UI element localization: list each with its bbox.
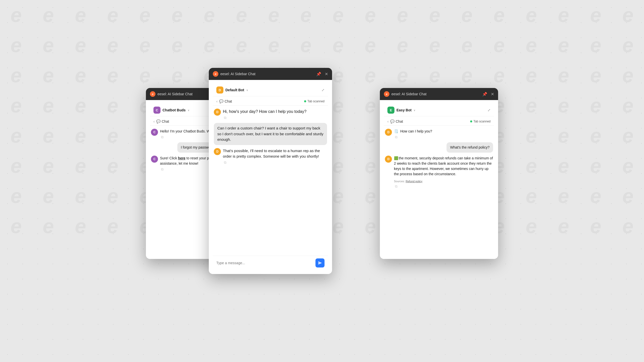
chat-nav-center: ‹ 💬 Chat Tab scanned bbox=[213, 97, 328, 106]
chat-icon-label-left: 💬 Chat bbox=[156, 119, 169, 123]
messages-area-right: D 🗒️ How can I help you? ⧉ What's the re… bbox=[384, 129, 494, 255]
message-row: D That's possible, I'll need to escalate… bbox=[214, 148, 327, 165]
expand-icon-center[interactable]: ⤢ bbox=[321, 88, 325, 92]
copy-icon[interactable]: ⧉ bbox=[395, 184, 493, 189]
chat-nav-left-side: ‹ 💬 Chat bbox=[153, 119, 169, 123]
bot-message-avatar: C bbox=[151, 129, 158, 136]
bot-message-avatar: C bbox=[151, 156, 158, 163]
pin-icon-center[interactable]: 📌 bbox=[316, 72, 321, 76]
copy-icon[interactable]: ⧉ bbox=[395, 135, 432, 139]
windows-container: e eesel: AI Sidebar Chat 📌 ✕ C Chatbot B… bbox=[146, 68, 498, 294]
bot-avatar-center: D bbox=[216, 86, 223, 94]
titlebar-right: e eesel: AI Sidebar Chat 📌 ✕ bbox=[380, 88, 498, 100]
bot-selector-right: E Easy Bot ∨ ⤢ bbox=[384, 104, 494, 116]
chat-icon-label-center: 💬 Chat bbox=[219, 99, 232, 103]
send-button-center[interactable] bbox=[315, 258, 325, 267]
back-arrow-center[interactable]: ‹ bbox=[216, 99, 218, 103]
message-content: 🗒️ How can I help you? ⧉ bbox=[394, 129, 432, 139]
titlebar-center: e eesel: AI Sidebar Chat 📌 ✕ bbox=[209, 68, 332, 80]
bot-message-avatar: D bbox=[214, 109, 221, 116]
dot-green-center bbox=[304, 100, 306, 102]
eesel-logo-center: e bbox=[213, 71, 218, 77]
back-arrow-left[interactable]: ‹ bbox=[153, 119, 155, 123]
chevron-down-center[interactable]: ∨ bbox=[246, 89, 248, 92]
here-link[interactable]: here bbox=[178, 156, 186, 160]
message-bubble: Can I order a custom chair? I want a cha… bbox=[214, 123, 327, 145]
sources-label: Sources: bbox=[394, 180, 406, 183]
message-row: D 🟩the moment, security deposit refunds … bbox=[385, 156, 493, 189]
titlebar-center-left-side: e eesel: AI Sidebar Chat bbox=[213, 71, 255, 77]
message-row: D Hi, how's your day? How can I help you… bbox=[214, 109, 327, 120]
bot-message-avatar: D bbox=[385, 129, 392, 136]
message-content: What's the refund policy? bbox=[447, 142, 493, 153]
tab-scanned-label-right: Tab scanned bbox=[473, 120, 491, 123]
titlebar-title-right: eesel: AI Sidebar Chat bbox=[391, 92, 426, 96]
copy-icon[interactable]: ⧉ bbox=[224, 116, 306, 120]
chat-label-right: Chat bbox=[396, 119, 403, 123]
message-content: That's possible, I'll need to escalate t… bbox=[223, 148, 327, 165]
titlebar-title-left: eesel: AI Sidebar Chat bbox=[157, 92, 192, 96]
chevron-down-left[interactable]: ∨ bbox=[188, 109, 189, 112]
message-input-center[interactable] bbox=[216, 261, 313, 265]
message-bubble: What's the refund policy? bbox=[447, 142, 493, 153]
copy-icon[interactable]: ⧉ bbox=[224, 160, 327, 165]
chat-label-left: Chat bbox=[162, 119, 169, 123]
bot-message-avatar: D bbox=[385, 156, 392, 163]
book-icon: 🗒️ bbox=[394, 129, 398, 133]
window-right: e eesel: AI Sidebar Chat 📌 ✕ E Easy Bot … bbox=[380, 88, 498, 259]
message-content: 🟩the moment, security deposit refunds ca… bbox=[394, 156, 493, 189]
message-bubble: Hi, how's your day? How can I help you t… bbox=[223, 109, 306, 115]
chat-bubble-icon-left: 💬 bbox=[156, 119, 160, 123]
bot-name-center: Default Bot bbox=[225, 88, 244, 92]
bot-selector-left-side: C Chatbot Buds ∨ bbox=[153, 107, 189, 114]
bot-selector-center-left-side: D Default Bot ∨ bbox=[216, 86, 248, 94]
chat-body-right: E Easy Bot ∨ ⤢ ‹ 💬 Chat Tab scanned bbox=[380, 100, 498, 259]
close-icon-right[interactable]: ✕ bbox=[491, 92, 494, 97]
eesel-logo-right: e bbox=[384, 91, 389, 97]
window-center: e eesel: AI Sidebar Chat 📌 ✕ D Default B… bbox=[209, 68, 332, 274]
chat-bubble-icon-right: 💬 bbox=[390, 119, 394, 123]
input-area-center bbox=[213, 256, 328, 270]
message-content: Can I order a custom chair? I want a cha… bbox=[214, 123, 327, 145]
expand-icon-right[interactable]: ⤢ bbox=[488, 108, 491, 112]
green-icon: 🟩 bbox=[394, 156, 398, 160]
bot-avatar-right: E bbox=[387, 107, 394, 114]
tab-scanned-label-center: Tab scanned bbox=[307, 100, 325, 103]
tab-scanned-right: Tab scanned bbox=[470, 120, 491, 123]
message-bubble: 🟩the moment, security deposit refunds ca… bbox=[394, 156, 493, 177]
eesel-logo-left: e bbox=[150, 91, 155, 97]
chevron-down-right[interactable]: ∨ bbox=[414, 109, 415, 112]
sources-area: Sources: Refund policy bbox=[394, 179, 493, 183]
titlebar-title-center: eesel: AI Sidebar Chat bbox=[220, 72, 255, 76]
message-content: Hi, how's your day? How can I help you t… bbox=[223, 109, 306, 120]
message-bubble: 🗒️ How can I help you? bbox=[394, 129, 432, 134]
message-row: Can I order a custom chair? I want a cha… bbox=[214, 123, 327, 145]
messages-area-center: D Hi, how's your day? How can I help you… bbox=[213, 109, 328, 253]
titlebar-actions-center: 📌 ✕ bbox=[316, 72, 328, 76]
message-row: D 🗒️ How can I help you? ⧉ bbox=[385, 129, 493, 139]
pin-icon-right[interactable]: 📌 bbox=[482, 92, 487, 97]
bot-name-left: Chatbot Buds bbox=[163, 108, 186, 112]
chat-label-center: Chat bbox=[225, 99, 232, 103]
bot-selector-right-left-side: E Easy Bot ∨ bbox=[387, 107, 415, 114]
message-row: What's the refund policy? bbox=[385, 142, 493, 153]
close-icon-center[interactable]: ✕ bbox=[325, 72, 328, 76]
bot-selector-center: D Default Bot ∨ ⤢ bbox=[213, 84, 328, 96]
sources-link[interactable]: Refund policy bbox=[406, 180, 422, 183]
chat-body-center: D Default Bot ∨ ⤢ ‹ 💬 Chat Tab scanne bbox=[209, 80, 332, 274]
titlebar-right-left-side: e eesel: AI Sidebar Chat bbox=[384, 91, 426, 97]
chat-nav-center-left-side: ‹ 💬 Chat bbox=[216, 99, 232, 103]
bot-avatar-left: C bbox=[153, 107, 160, 114]
chat-nav-right: ‹ 💬 Chat Tab scanned bbox=[384, 117, 494, 126]
bot-message-avatar: D bbox=[214, 148, 221, 155]
chat-icon-label-right: 💬 Chat bbox=[390, 119, 403, 123]
tab-scanned-center: Tab scanned bbox=[304, 100, 325, 103]
chat-nav-right-left-side: ‹ 💬 Chat bbox=[387, 119, 403, 123]
titlebar-actions-right: 📌 ✕ bbox=[482, 92, 494, 97]
bot-name-right: Easy Bot bbox=[396, 108, 412, 112]
chat-bubble-icon-center: 💬 bbox=[219, 99, 223, 103]
titlebar-left-side: e eesel: AI Sidebar Chat bbox=[150, 91, 192, 97]
back-arrow-right[interactable]: ‹ bbox=[387, 119, 389, 123]
message-bubble: That's possible, I'll need to escalate t… bbox=[223, 148, 327, 159]
dot-green-right bbox=[470, 120, 472, 122]
